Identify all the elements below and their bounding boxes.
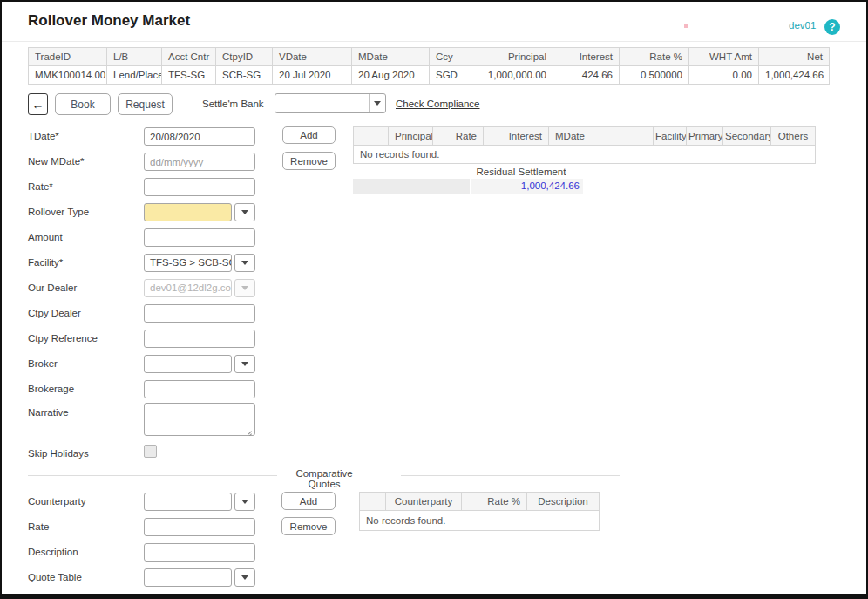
chevron-down-icon [241,286,248,290]
col-select [354,127,389,146]
brokerage-label: Brokerage [28,384,74,394]
col-tradeid: TradeID [29,48,107,66]
back-button[interactable]: ← [28,93,48,115]
chevron-down-icon [241,575,248,580]
cell-mdate: 20 Aug 2020 [352,66,430,85]
settlem-bank-label: Settle'm Bank [202,99,264,109]
quotes-table-header: Counterparty Rate % Description [360,493,600,511]
col-lb: L/B [107,48,162,66]
col-ccy: Ccy [430,48,458,66]
col-secondary: Secondary [723,127,771,146]
comparative-quotes-title: Comparative Quotes [279,468,370,489]
narrative-textarea[interactable] [144,403,255,436]
check-compliance-link[interactable]: Check Compliance [396,99,480,109]
facility-dropdown[interactable]: TFS-SG > SCB-SG [144,254,232,272]
settlem-bank-dropdown[interactable] [275,93,386,113]
brokerage-input[interactable] [144,380,255,398]
cursor-dot [684,24,688,28]
col-rate: Rate [433,127,484,146]
no-records-text: No records found. [360,511,600,531]
rollover-type-dropdown-button[interactable] [234,203,255,221]
cell-lb: Lend/Place [107,66,162,85]
chevron-down-icon [241,261,248,265]
rate-input[interactable] [144,178,255,196]
col-facility: Facility [654,127,687,146]
schedule-add-button[interactable]: Add [282,126,336,144]
col-others: Others [771,127,816,146]
quote-rate-label: Rate [28,521,49,532]
trade-table-row[interactable]: MMK100014.00 Lend/Place TFS-SG SCB-SG 20… [29,66,830,85]
col-interest: Interest [484,127,549,146]
skip-holidays-checkbox[interactable] [144,445,157,458]
chevron-down-icon [241,210,248,214]
facility-dropdown-button[interactable] [234,254,255,272]
amount-input[interactable] [144,228,255,247]
cell-net: 1,000,424.66 [759,66,830,85]
tdate-label: TDate* [28,131,59,141]
col-acct-cntr: Acct Cntr [162,48,216,66]
schedule-table-header: Principal Rate Interest MDate Facility P… [354,127,816,146]
ctpy-reference-input[interactable] [144,330,255,348]
ctpy-reference-label: Ctpy Reference [28,333,98,344]
rate-label: Rate* [28,181,53,192]
quotes-left-rule [28,475,277,476]
cell-acct-cntr: TFS-SG [162,66,216,85]
facility-label: Facility* [28,257,63,268]
cell-rate-pct: 0.500000 [620,66,689,85]
rollover-type-dropdown[interactable] [144,203,232,221]
trade-summary-table: TradeID L/B Acct Cntr CtpyID VDate MDate… [28,47,830,85]
amount-label: Amount [28,232,63,242]
cell-ccy: SGD [430,66,458,85]
cell-wht-amt: 0.00 [689,66,759,85]
residual-right-rule [566,174,622,174]
narrative-label: Narrative [28,407,69,418]
col-net: Net [759,48,830,66]
quotes-empty-row: No records found. [360,511,600,531]
schedule-empty-row: No records found. [354,146,816,164]
col-principal: Principal [389,127,433,146]
book-button[interactable]: Book [55,93,111,115]
residual-settlement-label: Residual Settlement [429,167,614,177]
quote-table-dropdown-button[interactable] [234,568,255,587]
quote-table-dropdown[interactable] [144,568,232,587]
col-mdate: MDate [549,127,654,146]
trade-table-header: TradeID L/B Acct Cntr CtpyID VDate MDate… [29,48,830,66]
tdate-input[interactable] [144,127,255,146]
residual-left-rule [359,174,414,174]
counterparty-dropdown[interactable] [144,493,232,511]
back-arrow-icon: ← [32,99,44,111]
quote-rate-input[interactable] [144,518,255,536]
col-description: Description [527,493,600,511]
quotes-remove-button[interactable]: Remove [281,517,336,535]
quote-table-label: Quote Table [28,572,82,582]
quotes-add-button[interactable]: Add [281,492,336,510]
settlem-bank-value [275,98,286,108]
our-dealer-dropdown-button [234,279,255,297]
comparative-quotes-table: Counterparty Rate % Description No recor… [359,492,600,531]
broker-dropdown-button[interactable] [234,355,255,373]
col-interest: Interest [553,48,620,66]
skip-holidays-label: Skip Holidays [28,448,89,459]
logged-in-user[interactable]: dev01 [789,20,816,31]
chevron-down-icon [369,94,385,112]
schedule-remove-button[interactable]: Remove [282,152,336,170]
broker-dropdown[interactable] [144,355,232,373]
col-rate-pct: Rate % [462,493,527,511]
cell-interest: 424.66 [553,66,620,85]
request-button[interactable]: Request [118,93,173,115]
new-mdate-input[interactable] [144,153,255,171]
counterparty-dropdown-button[interactable] [234,493,255,511]
ctpy-dealer-input[interactable] [144,304,255,323]
col-principal: Principal [458,48,553,66]
col-primary: Primary [687,127,723,146]
app-window: Rollover Money Market dev01 ? TradeID L/… [0,0,868,599]
counterparty-label: Counterparty [28,496,85,507]
col-wht-amt: WHT Amt [689,48,759,66]
no-records-text: No records found. [354,146,816,164]
quote-description-input[interactable] [144,543,255,562]
col-vdate: VDate [273,48,352,66]
residual-settlement-spacer [353,179,470,194]
help-icon[interactable]: ? [824,19,840,35]
quotes-right-rule [401,475,620,476]
cell-vdate: 20 Jul 2020 [273,66,352,85]
